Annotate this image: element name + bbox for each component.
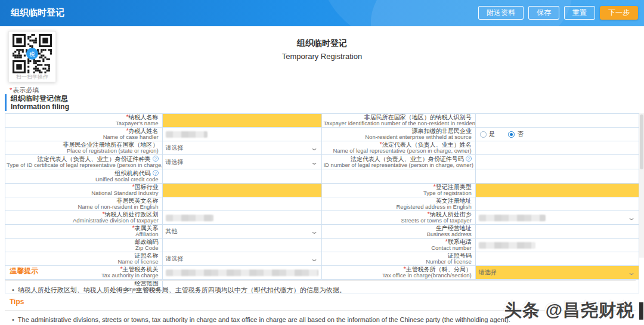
registered-address-english-label: 英文注册地址Registered address in English xyxy=(322,197,475,211)
radio-circle xyxy=(480,131,487,138)
nonresident-english-name-field[interactable] xyxy=(162,197,322,211)
license-name-value: 请选择 xyxy=(166,255,184,263)
administrative-division-label: *纳税人所处行政区划Administrative division of tax… xyxy=(5,211,163,225)
place-of-registration-field[interactable]: 请选择⌄ xyxy=(162,141,322,155)
nonresident-tin-field[interactable] xyxy=(475,114,639,128)
withheld-at-source-label: 源泉扣缴的非居民企业Non-resident enterprise withhe… xyxy=(322,128,475,141)
chevron-down-icon: ⌄ xyxy=(310,146,318,150)
header-buttons: 附送资料 保存 重置 下一步 xyxy=(478,6,638,20)
radio-yes[interactable]: 是 xyxy=(480,130,496,138)
warm-notice-section: 温馨提示 •纳税人所处行政区划、纳税人所处街乡，主管税务局、主管税务所四项均以中… xyxy=(10,266,636,294)
streets-or-towns-label: *纳税人所处街乡Streets or towns of taxpayer xyxy=(322,211,475,225)
help-icon[interactable]: ? xyxy=(153,156,159,162)
legal-rep-id-number-label: 法定代表人（负责人、业主）身份证件号码?ID number of legal r… xyxy=(322,155,475,169)
radio-circle xyxy=(508,131,515,138)
legal-rep-id-type-field[interactable]: 请选择⌄ xyxy=(162,155,322,169)
contact-number-field[interactable] xyxy=(475,239,639,252)
affiliation-label: *隶属关系Affiliation xyxy=(5,225,163,239)
national-standard-industry-field[interactable] xyxy=(162,184,322,197)
form-row: 非居民英文名称Name of non-resident in English英文… xyxy=(5,197,639,211)
registration-type-label: *登记注册类型Type of registration xyxy=(322,184,475,197)
contact-number-label: *联系电话Contact number xyxy=(322,239,475,252)
business-address-label: 生产经营地址Business address xyxy=(322,225,475,239)
watermark-bar xyxy=(639,302,643,320)
form-row: *纳税人名称Taxpayer's name非居民所在国家（地区）的纳税人识别号T… xyxy=(5,114,639,128)
license-number-label: 证照号码Number of license xyxy=(322,252,475,266)
chevron-down-icon: ⌄ xyxy=(310,160,318,165)
license-number-field[interactable] xyxy=(475,252,639,266)
license-name-label: 证照名称Name of license xyxy=(5,252,163,266)
form-row: *纳税人所处行政区划Administrative division of tax… xyxy=(5,211,639,225)
attach-materials-button[interactable]: 附送资料 xyxy=(478,6,524,20)
chevron-down-icon: ⌄ xyxy=(310,256,318,261)
case-handler-name-label: *办税人姓名Name of case handler xyxy=(5,128,163,141)
place-of-registration-value: 请选择 xyxy=(166,144,184,152)
unified-social-credit-code-field[interactable] xyxy=(162,169,322,184)
help-icon[interactable]: ? xyxy=(466,156,472,162)
section-header-zh: 组织临时登记信息 xyxy=(11,94,69,103)
bullet-icon: • xyxy=(12,316,14,323)
empty-field-cell xyxy=(475,169,639,184)
legal-rep-id-type-label: 法定代表人（负责人、业主）身份证件种类?Type of ID certifica… xyxy=(5,155,163,169)
redacted-value xyxy=(166,131,208,138)
page-header-title: 组织临时登记 xyxy=(11,7,64,18)
zip-code-label: 邮政编码Zip Code xyxy=(5,239,163,252)
required-note: *表示必填 xyxy=(10,86,39,95)
business-address-field[interactable] xyxy=(475,225,639,239)
zip-code-field[interactable] xyxy=(162,239,322,252)
affiliation-field[interactable]: 其他⌄ xyxy=(162,225,322,239)
save-button[interactable]: 保存 xyxy=(528,6,559,20)
radio-no[interactable]: 否 xyxy=(508,130,524,138)
legal-rep-id-type-value: 请选择 xyxy=(166,158,184,166)
form-row: 证照名称Name of license请选择⌄证照号码Number of lic… xyxy=(5,252,639,266)
chevron-down-icon: ⌄ xyxy=(627,215,636,220)
reset-button[interactable]: 重置 xyxy=(564,6,595,20)
redacted-value xyxy=(479,242,535,249)
taxpayer-name-label: *纳税人名称Taxpayer's name xyxy=(5,114,163,128)
divider xyxy=(5,280,636,281)
chevron-down-icon: ⌄ xyxy=(310,229,318,234)
bullet-icon: • xyxy=(12,286,14,293)
license-name-field[interactable]: 请选择⌄ xyxy=(162,252,322,266)
radio-label: 是 xyxy=(489,130,496,138)
withheld-at-source-field[interactable]: 是否 xyxy=(475,128,639,141)
warm-notice-item: •纳税人所处行政区划、纳税人所处街乡，主管税务局、主管税务所四项均以中方（即代扣… xyxy=(10,286,636,294)
streets-or-towns-field[interactable]: ⌄ xyxy=(475,211,639,225)
form-title-zh: 组织临时登记 xyxy=(0,38,644,49)
legal-rep-id-number-field[interactable] xyxy=(475,155,639,169)
legal-rep-name-label: *法定代表人（负责人、业主）姓名Name of legal representa… xyxy=(322,141,475,155)
taxpayer-name-field[interactable] xyxy=(162,114,322,128)
legal-rep-name-field[interactable] xyxy=(475,141,639,155)
warm-notice-title: 温馨提示 xyxy=(10,266,636,276)
empty-label-cell xyxy=(322,169,475,184)
qr-code-image: 税 xyxy=(11,34,53,73)
form-row: *隶属关系Affiliation其他⌄生产经营地址Business addres… xyxy=(5,225,639,239)
form-row: 邮政编码Zip Code*联系电话Contact number xyxy=(5,239,639,252)
case-handler-name-field[interactable] xyxy=(162,128,322,141)
next-step-button[interactable]: 下一步 xyxy=(600,6,638,20)
registered-address-english-field[interactable] xyxy=(475,197,639,211)
unified-social-credit-code-label: 组织机构代码?Unified social credit code xyxy=(5,169,163,184)
administrative-division-field[interactable] xyxy=(162,211,322,225)
form-title: 组织临时登记 Temporary Registration xyxy=(0,38,644,61)
nonresident-english-name-label: 非居民英文名称Name of non-resident in English xyxy=(5,197,163,211)
affiliation-value: 其他 xyxy=(166,227,178,236)
nonresident-tin-label: 非居民所在国家（地区）的纳税人识别号Taxpayer identificatio… xyxy=(322,114,475,128)
form-row: 法定代表人（负责人、业主）身份证件种类?Type of ID certifica… xyxy=(5,155,639,169)
scrollbar-thumb[interactable] xyxy=(640,114,643,169)
form-row: *国标行业National Standard Industry*登记注册类型Ty… xyxy=(5,184,639,197)
registration-type-field[interactable] xyxy=(475,184,639,197)
required-asterisk: * xyxy=(132,225,135,231)
form-row: *办税人姓名Name of case handler源泉扣缴的非居民企业Non-… xyxy=(5,128,639,141)
section-header-en: Information filing xyxy=(11,103,69,111)
radio-label: 否 xyxy=(517,130,524,138)
form-title-en: Temporary Registration xyxy=(0,52,644,61)
form-row: 非居民企业注册地所在国家（地区）Place of registration (s… xyxy=(5,141,639,155)
svg-text:税: 税 xyxy=(29,51,35,57)
section-header: 组织临时登记信息 Information filing xyxy=(5,94,69,111)
help-icon[interactable]: ? xyxy=(153,170,159,176)
required-note-text: 表示必填 xyxy=(13,86,39,94)
qr-caption: 扫一扫学操作 xyxy=(11,73,53,81)
qr-code-panel[interactable]: 税 扫一扫学操作 xyxy=(8,31,56,82)
scrollbar[interactable] xyxy=(639,113,644,258)
